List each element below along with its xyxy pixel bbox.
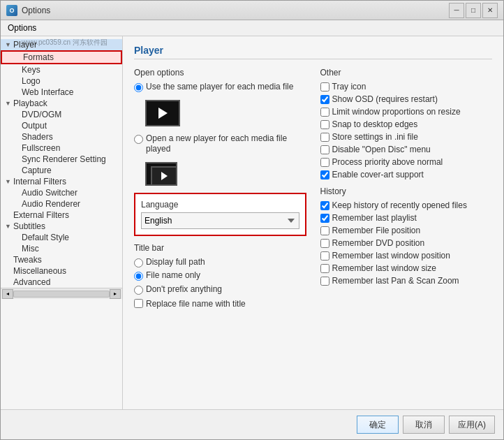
media-icon-2b xyxy=(151,166,177,186)
sidebar-item-shaders[interactable]: Shaders xyxy=(1,131,122,142)
sidebar-item-playback[interactable]: ▼ Playback xyxy=(1,98,122,109)
sidebar-item-formats[interactable]: Formats xyxy=(1,50,122,64)
checkbox-snap-desktop-input[interactable] xyxy=(320,120,329,129)
sidebar-label-output: Output xyxy=(22,121,47,131)
sidebar-label-sync-renderer: Sync Renderer Setting xyxy=(22,154,106,164)
maximize-button[interactable]: □ xyxy=(466,3,481,18)
media-icon-2-wrapper xyxy=(145,162,306,186)
menu-bar: Options xyxy=(1,20,503,36)
right-panel: Player Open options Use the same player … xyxy=(123,36,503,409)
radio-filename-only-input[interactable] xyxy=(134,272,143,281)
checkbox-remember-window-position-input[interactable] xyxy=(320,251,329,261)
checkbox-replace-title: Replace file name with title xyxy=(134,299,306,309)
radio-new-player-input[interactable] xyxy=(134,135,143,144)
sidebar-label-miscellaneous: Miscellaneous xyxy=(13,266,66,276)
sidebar-label-formats: Formats xyxy=(23,52,54,62)
checkbox-tray-icon-input[interactable] xyxy=(320,82,329,91)
checkbox-enable-cover-art-label: Enable cover-art support xyxy=(332,170,424,179)
window-title: Options xyxy=(22,6,50,15)
checkbox-keep-history: Keep history of recently opened files xyxy=(320,200,493,210)
checkbox-remember-file-position: Remember File position xyxy=(320,226,493,235)
sidebar-item-advanced[interactable]: Advanced xyxy=(1,277,122,288)
minimize-button[interactable]: ─ xyxy=(449,3,464,18)
scroll-left[interactable]: ◂ xyxy=(2,289,13,299)
checkbox-disable-open-disc-label: Disable "Open Disc" menu xyxy=(332,145,431,154)
sidebar-item-internal-filters[interactable]: ▼ Internal Filters xyxy=(1,176,122,187)
checkbox-remember-pan-scan-input[interactable] xyxy=(320,277,329,286)
radio-no-prefix-input[interactable] xyxy=(134,286,143,295)
sidebar-item-misc[interactable]: Misc xyxy=(1,243,122,254)
radio-same-player-input[interactable] xyxy=(134,83,143,92)
sidebar-item-external-filters[interactable]: External Filters xyxy=(1,210,122,221)
checkbox-disable-open-disc-input[interactable] xyxy=(320,145,329,154)
sidebar-item-dvd[interactable]: DVD/OGM xyxy=(1,109,122,120)
sidebar-item-audio-renderer[interactable]: Audio Renderer xyxy=(1,198,122,210)
checkbox-remember-playlist-input[interactable] xyxy=(320,214,329,223)
sidebar-item-web-interface[interactable]: Web Interface xyxy=(1,87,122,98)
checkbox-remember-file-position-input[interactable] xyxy=(320,226,329,235)
checkbox-snap-desktop: Snap to desktop edges xyxy=(320,119,493,129)
sidebar-label-subtitles: Subtitles xyxy=(13,221,45,231)
radio-same-player: Use the same player for each media file xyxy=(134,82,306,93)
radio-same-player-label: Use the same player for each media file xyxy=(146,82,293,93)
sidebar-item-fullscreen[interactable]: Fullscreen xyxy=(1,142,122,154)
panel-title: Player xyxy=(134,45,492,59)
sidebar-label-playback: Playback xyxy=(13,98,47,108)
checkbox-process-priority-input[interactable] xyxy=(320,158,329,167)
checkbox-keep-history-input[interactable] xyxy=(320,201,329,210)
radio-full-path-input[interactable] xyxy=(134,258,143,267)
open-options-label: Open options xyxy=(134,68,306,78)
checkbox-show-osd-input[interactable] xyxy=(320,95,329,104)
checkbox-store-settings-input[interactable] xyxy=(320,133,329,142)
checkbox-tray-icon: Tray icon xyxy=(320,82,493,91)
sidebar-label-internal-filters: Internal Filters xyxy=(13,177,66,186)
checkbox-keep-history-label: Keep history of recently opened files xyxy=(332,200,467,210)
checkbox-remember-playlist: Remember last playlist xyxy=(320,213,493,223)
scroll-track[interactable] xyxy=(13,291,110,298)
checkbox-process-priority: Process priority above normal xyxy=(320,157,493,167)
bottom-bar: 确定 取消 应用(A) xyxy=(1,409,503,439)
checkbox-remember-window-position: Remember last window position xyxy=(320,251,493,261)
sidebar-item-miscellaneous[interactable]: Miscellaneous xyxy=(1,265,122,277)
sidebar-item-capture[interactable]: Capture xyxy=(1,165,122,176)
sidebar-item-keys[interactable]: Keys xyxy=(1,64,122,75)
ok-button[interactable]: 确定 xyxy=(357,416,399,434)
other-section: Other Tray icon Show OSD (requires resta… xyxy=(320,68,493,179)
expand-icon: ▼ xyxy=(5,41,13,48)
sidebar-item-default-style[interactable]: Default Style xyxy=(1,232,122,243)
sidebar-item-logo[interactable]: Logo xyxy=(1,75,122,87)
window-controls: ─ □ ✕ xyxy=(449,3,498,18)
apply-button[interactable]: 应用(A) xyxy=(449,416,495,434)
sidebar-label-dvd: DVD/OGM xyxy=(22,110,61,119)
checkbox-limit-proportions: Limit window proportions on resize xyxy=(320,107,493,117)
play-icon-2b xyxy=(161,172,168,180)
sidebar-label-shaders: Shaders xyxy=(22,132,53,142)
checkbox-remember-window-size: Remember last window size xyxy=(320,263,493,273)
checkbox-enable-cover-art-input[interactable] xyxy=(320,170,329,179)
language-select[interactable]: English Chinese French German Spanish xyxy=(141,212,299,229)
sidebar-scrollbar[interactable]: ◂ ▸ xyxy=(1,288,122,299)
sidebar-label-web-interface: Web Interface xyxy=(22,87,73,97)
checkbox-store-settings-label: Store settings in .ini file xyxy=(332,132,418,142)
sidebar-item-subtitles[interactable]: ▼ Subtitles xyxy=(1,221,122,232)
expand-icon-subtitles: ▼ xyxy=(5,223,13,230)
sidebar-item-sync-renderer[interactable]: Sync Renderer Setting xyxy=(1,154,122,165)
checkbox-replace-title-input[interactable] xyxy=(134,299,143,308)
sidebar-item-audio-switcher[interactable]: Audio Switcher xyxy=(1,187,122,198)
checkbox-limit-proportions-input[interactable] xyxy=(320,108,329,117)
radio-new-player-label: Open a new player for each media file pl… xyxy=(146,133,306,155)
menu-options[interactable]: Options xyxy=(3,22,40,34)
sidebar-label-advanced: Advanced xyxy=(13,277,50,287)
radio-full-path-label: Display full path xyxy=(146,257,205,268)
sidebar-item-tweaks[interactable]: Tweaks xyxy=(1,254,122,265)
checkbox-store-settings: Store settings in .ini file xyxy=(320,132,493,142)
scroll-right[interactable]: ▸ xyxy=(110,289,121,299)
sidebar-item-output[interactable]: Output xyxy=(1,120,122,131)
close-button[interactable]: ✕ xyxy=(482,3,498,18)
options-window: O Options ─ □ ✕ Options www.pc0359.cn 河东… xyxy=(0,0,504,440)
checkbox-remember-dvd-input[interactable] xyxy=(320,239,329,248)
checkbox-remember-window-size-input[interactable] xyxy=(320,264,329,273)
cancel-button[interactable]: 取消 xyxy=(403,416,445,434)
sidebar-item-player[interactable]: ▼ Player xyxy=(1,39,122,50)
checkbox-show-osd-label: Show OSD (requires restart) xyxy=(332,94,438,104)
